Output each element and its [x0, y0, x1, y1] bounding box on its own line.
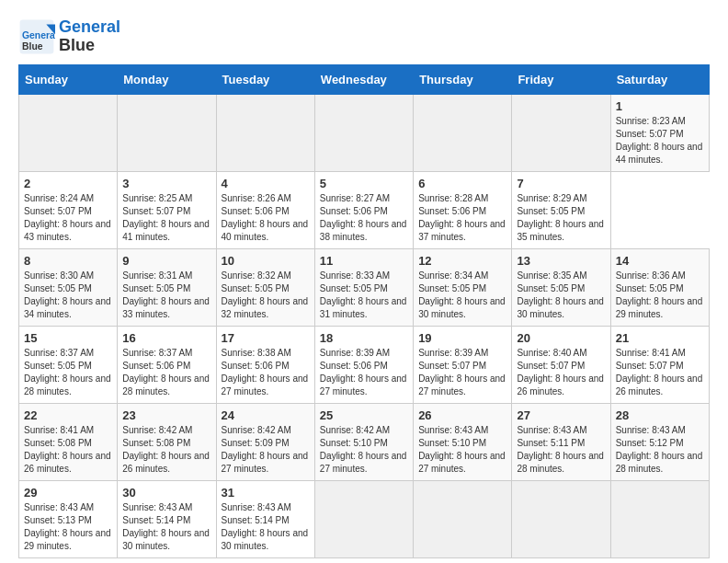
- day-cell-4: 4Sunrise: 8:26 AMSunset: 5:06 PMDaylight…: [216, 172, 314, 249]
- day-info: Sunrise: 8:29 AMSunset: 5:05 PMDaylight:…: [517, 192, 605, 244]
- logo-text2: Blue: [59, 37, 120, 55]
- day-number: 29: [24, 486, 112, 500]
- calendar-table: SundayMondayTuesdayWednesdayThursdayFrid…: [18, 64, 710, 558]
- svg-text:General: General: [22, 30, 55, 40]
- day-cell-2: 2Sunrise: 8:24 AMSunset: 5:07 PMDaylight…: [19, 172, 118, 249]
- day-number: 26: [418, 408, 506, 422]
- weekday-header-wednesday: Wednesday: [314, 65, 413, 95]
- day-number: 15: [24, 331, 112, 345]
- day-number: 6: [418, 177, 506, 190]
- day-cell-5: 5Sunrise: 8:27 AMSunset: 5:06 PMDaylight…: [314, 172, 413, 249]
- weekday-header-saturday: Saturday: [610, 65, 709, 95]
- day-cell-30: 30Sunrise: 8:43 AMSunset: 5:14 PMDayligh…: [118, 481, 216, 558]
- day-number: 13: [517, 254, 605, 268]
- weekday-header-thursday: Thursday: [414, 65, 512, 95]
- day-info: Sunrise: 8:43 AMSunset: 5:11 PMDaylight:…: [517, 424, 605, 476]
- day-info: Sunrise: 8:42 AMSunset: 5:10 PMDaylight:…: [320, 424, 408, 476]
- day-number: 5: [320, 177, 408, 190]
- day-info: Sunrise: 8:43 AMSunset: 5:13 PMDaylight:…: [24, 501, 112, 553]
- day-info: Sunrise: 8:40 AMSunset: 5:07 PMDaylight:…: [517, 347, 605, 398]
- day-info: Sunrise: 8:36 AMSunset: 5:05 PMDaylight:…: [616, 270, 704, 321]
- weekday-header-sunday: Sunday: [19, 65, 118, 95]
- day-cell-29: 29Sunrise: 8:43 AMSunset: 5:13 PMDayligh…: [19, 481, 118, 558]
- day-cell-26: 26Sunrise: 8:43 AMSunset: 5:10 PMDayligh…: [414, 404, 512, 481]
- day-cell-21: 21Sunrise: 8:41 AMSunset: 5:07 PMDayligh…: [610, 327, 709, 404]
- day-number: 16: [122, 331, 210, 345]
- day-info: Sunrise: 8:27 AMSunset: 5:06 PMDaylight:…: [320, 192, 408, 244]
- empty-cell: [414, 481, 512, 558]
- day-number: 7: [517, 177, 605, 190]
- day-info: Sunrise: 8:38 AMSunset: 5:06 PMDaylight:…: [222, 347, 310, 398]
- day-info: Sunrise: 8:34 AMSunset: 5:05 PMDaylight:…: [418, 270, 506, 321]
- day-info: Sunrise: 8:42 AMSunset: 5:09 PMDaylight:…: [222, 424, 310, 476]
- day-info: Sunrise: 8:26 AMSunset: 5:06 PMDaylight:…: [222, 192, 310, 244]
- day-cell-8: 8Sunrise: 8:30 AMSunset: 5:05 PMDaylight…: [19, 249, 118, 327]
- empty-cell: [216, 95, 314, 172]
- day-number: 28: [616, 408, 704, 422]
- day-cell-1: 1Sunrise: 8:23 AMSunset: 5:07 PMDaylight…: [610, 95, 709, 172]
- day-number: 2: [24, 177, 112, 190]
- day-cell-9: 9Sunrise: 8:31 AMSunset: 5:05 PMDaylight…: [118, 249, 216, 327]
- day-info: Sunrise: 8:43 AMSunset: 5:14 PMDaylight:…: [122, 501, 210, 553]
- day-info: Sunrise: 8:43 AMSunset: 5:14 PMDaylight:…: [222, 501, 310, 553]
- empty-cell: [19, 95, 118, 172]
- day-info: Sunrise: 8:35 AMSunset: 5:05 PMDaylight:…: [517, 270, 605, 321]
- day-number: 24: [222, 408, 310, 422]
- day-info: Sunrise: 8:25 AMSunset: 5:07 PMDaylight:…: [122, 192, 210, 244]
- day-cell-13: 13Sunrise: 8:35 AMSunset: 5:05 PMDayligh…: [512, 249, 610, 327]
- day-info: Sunrise: 8:39 AMSunset: 5:07 PMDaylight:…: [418, 347, 506, 398]
- logo-text: General: [59, 18, 120, 37]
- svg-text:Blue: Blue: [22, 41, 43, 52]
- day-number: 18: [320, 331, 408, 345]
- day-number: 1: [616, 99, 704, 113]
- day-cell-15: 15Sunrise: 8:37 AMSunset: 5:05 PMDayligh…: [19, 327, 118, 404]
- day-number: 12: [418, 254, 506, 268]
- day-cell-6: 6Sunrise: 8:28 AMSunset: 5:06 PMDaylight…: [414, 172, 512, 249]
- day-info: Sunrise: 8:31 AMSunset: 5:05 PMDaylight:…: [122, 270, 210, 321]
- day-info: Sunrise: 8:32 AMSunset: 5:05 PMDaylight:…: [222, 270, 310, 321]
- day-number: 23: [122, 408, 210, 422]
- day-number: 8: [24, 254, 112, 268]
- empty-cell: [314, 95, 413, 172]
- day-number: 31: [222, 486, 310, 500]
- day-number: 10: [222, 254, 310, 268]
- day-cell-25: 25Sunrise: 8:42 AMSunset: 5:10 PMDayligh…: [314, 404, 413, 481]
- day-cell-22: 22Sunrise: 8:41 AMSunset: 5:08 PMDayligh…: [19, 404, 118, 481]
- weekday-header-tuesday: Tuesday: [216, 65, 314, 95]
- day-number: 19: [418, 331, 506, 345]
- empty-cell: [512, 95, 610, 172]
- weekday-header-monday: Monday: [118, 65, 216, 95]
- day-number: 14: [616, 254, 704, 268]
- day-info: Sunrise: 8:41 AMSunset: 5:08 PMDaylight:…: [24, 424, 112, 476]
- empty-cell: [610, 481, 709, 558]
- day-cell-23: 23Sunrise: 8:42 AMSunset: 5:08 PMDayligh…: [118, 404, 216, 481]
- day-info: Sunrise: 8:23 AMSunset: 5:07 PMDaylight:…: [616, 115, 704, 167]
- day-info: Sunrise: 8:28 AMSunset: 5:06 PMDaylight:…: [418, 192, 506, 244]
- day-number: 27: [517, 408, 605, 422]
- day-cell-3: 3Sunrise: 8:25 AMSunset: 5:07 PMDaylight…: [118, 172, 216, 249]
- day-number: 20: [517, 331, 605, 345]
- day-cell-28: 28Sunrise: 8:43 AMSunset: 5:12 PMDayligh…: [610, 404, 709, 481]
- weekday-header-friday: Friday: [512, 65, 610, 95]
- day-number: 21: [616, 331, 704, 345]
- logo-icon: General Blue: [18, 18, 55, 55]
- day-number: 30: [122, 486, 210, 500]
- day-cell-10: 10Sunrise: 8:32 AMSunset: 5:05 PMDayligh…: [216, 249, 314, 327]
- day-cell-19: 19Sunrise: 8:39 AMSunset: 5:07 PMDayligh…: [414, 327, 512, 404]
- empty-cell: [512, 481, 610, 558]
- day-info: Sunrise: 8:39 AMSunset: 5:06 PMDaylight:…: [320, 347, 408, 398]
- day-cell-11: 11Sunrise: 8:33 AMSunset: 5:05 PMDayligh…: [314, 249, 413, 327]
- day-cell-17: 17Sunrise: 8:38 AMSunset: 5:06 PMDayligh…: [216, 327, 314, 404]
- day-number: 17: [222, 331, 310, 345]
- day-cell-7: 7Sunrise: 8:29 AMSunset: 5:05 PMDaylight…: [512, 172, 610, 249]
- logo: General Blue General Blue: [18, 18, 120, 55]
- day-cell-24: 24Sunrise: 8:42 AMSunset: 5:09 PMDayligh…: [216, 404, 314, 481]
- day-number: 25: [320, 408, 408, 422]
- day-cell-31: 31Sunrise: 8:43 AMSunset: 5:14 PMDayligh…: [216, 481, 314, 558]
- day-info: Sunrise: 8:43 AMSunset: 5:10 PMDaylight:…: [418, 424, 506, 476]
- day-number: 4: [222, 177, 310, 190]
- empty-cell: [118, 95, 216, 172]
- day-number: 22: [24, 408, 112, 422]
- day-info: Sunrise: 8:37 AMSunset: 5:06 PMDaylight:…: [122, 347, 210, 398]
- day-cell-27: 27Sunrise: 8:43 AMSunset: 5:11 PMDayligh…: [512, 404, 610, 481]
